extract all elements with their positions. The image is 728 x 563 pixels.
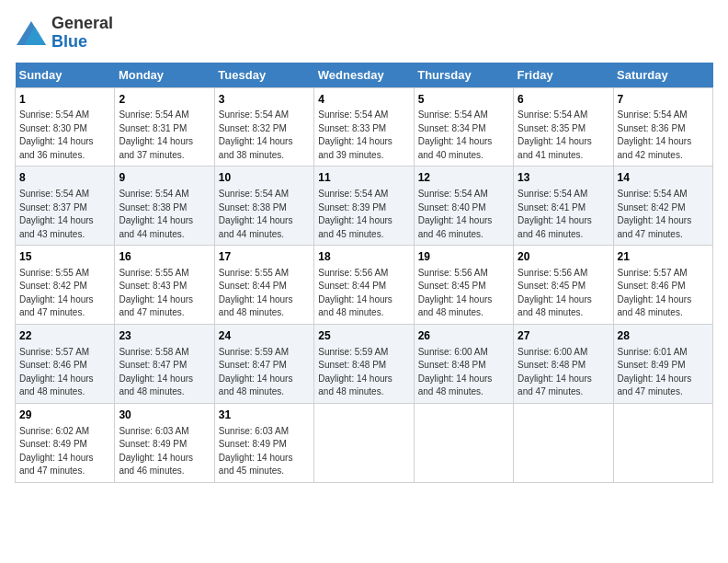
day-info: Sunrise: 5:54 AMSunset: 8:42 PMDaylight:… — [618, 188, 709, 241]
day-info: Sunrise: 6:00 AMSunset: 8:48 PMDaylight:… — [518, 346, 609, 399]
weekday-header-wednesday: Wednesday — [314, 63, 414, 88]
day-number: 5 — [418, 92, 509, 108]
day-number: 17 — [219, 249, 310, 265]
logo: General Blue — [15, 15, 113, 52]
day-info: Sunrise: 5:54 AMSunset: 8:30 PMDaylight:… — [19, 109, 110, 162]
day-info: Sunrise: 5:55 AMSunset: 8:42 PMDaylight:… — [19, 267, 110, 320]
day-info: Sunrise: 5:54 AMSunset: 8:31 PMDaylight:… — [119, 109, 210, 162]
calendar-cell — [514, 403, 613, 482]
calendar-cell: 15Sunrise: 5:55 AMSunset: 8:42 PMDayligh… — [16, 246, 115, 325]
day-info: Sunrise: 5:56 AMSunset: 8:45 PMDaylight:… — [418, 267, 509, 320]
day-info: Sunrise: 6:01 AMSunset: 8:49 PMDaylight:… — [618, 346, 709, 399]
calendar-table: SundayMondayTuesdayWednesdayThursdayFrid… — [15, 63, 713, 483]
calendar-cell: 10Sunrise: 5:54 AMSunset: 8:38 PMDayligh… — [214, 167, 313, 246]
day-info: Sunrise: 5:55 AMSunset: 8:44 PMDaylight:… — [219, 267, 310, 320]
page-header: General Blue — [15, 15, 713, 52]
day-info: Sunrise: 5:54 AMSunset: 8:36 PMDaylight:… — [618, 109, 709, 162]
day-info: Sunrise: 5:59 AMSunset: 8:47 PMDaylight:… — [219, 346, 310, 399]
calendar-cell: 8Sunrise: 5:54 AMSunset: 8:37 PMDaylight… — [16, 167, 115, 246]
day-number: 14 — [618, 170, 709, 186]
day-number: 24 — [219, 328, 310, 344]
day-number: 11 — [318, 170, 409, 186]
calendar-week-row: 8Sunrise: 5:54 AMSunset: 8:37 PMDaylight… — [16, 167, 713, 246]
calendar-cell: 27Sunrise: 6:00 AMSunset: 8:48 PMDayligh… — [514, 324, 613, 403]
weekday-header-sunday: Sunday — [16, 63, 115, 88]
weekday-header-saturday: Saturday — [613, 63, 712, 88]
weekday-header-monday: Monday — [115, 63, 214, 88]
day-info: Sunrise: 5:54 AMSunset: 8:39 PMDaylight:… — [318, 188, 409, 241]
day-number: 8 — [19, 170, 110, 186]
day-info: Sunrise: 5:54 AMSunset: 8:35 PMDaylight:… — [518, 109, 609, 162]
day-number: 19 — [418, 249, 509, 265]
day-info: Sunrise: 5:56 AMSunset: 8:45 PMDaylight:… — [518, 267, 609, 320]
day-number: 15 — [19, 249, 110, 265]
calendar-cell: 26Sunrise: 6:00 AMSunset: 8:48 PMDayligh… — [414, 324, 513, 403]
day-number: 18 — [318, 249, 409, 265]
calendar-cell: 6Sunrise: 5:54 AMSunset: 8:35 PMDaylight… — [514, 87, 613, 167]
calendar-cell — [314, 403, 414, 482]
calendar-cell: 24Sunrise: 5:59 AMSunset: 8:47 PMDayligh… — [214, 324, 313, 403]
calendar-cell: 22Sunrise: 5:57 AMSunset: 8:46 PMDayligh… — [16, 324, 115, 403]
day-number: 7 — [618, 92, 709, 108]
weekday-header-thursday: Thursday — [414, 63, 513, 88]
day-number: 16 — [119, 249, 210, 265]
day-info: Sunrise: 5:57 AMSunset: 8:46 PMDaylight:… — [19, 346, 110, 399]
calendar-cell — [613, 403, 712, 482]
day-number: 22 — [19, 328, 110, 344]
calendar-cell: 4Sunrise: 5:54 AMSunset: 8:33 PMDaylight… — [314, 87, 414, 167]
day-info: Sunrise: 5:54 AMSunset: 8:38 PMDaylight:… — [219, 188, 310, 241]
day-number: 28 — [618, 328, 709, 344]
calendar-week-row: 15Sunrise: 5:55 AMSunset: 8:42 PMDayligh… — [16, 246, 713, 325]
day-info: Sunrise: 5:55 AMSunset: 8:43 PMDaylight:… — [119, 267, 210, 320]
day-number: 13 — [518, 170, 609, 186]
day-info: Sunrise: 5:54 AMSunset: 8:40 PMDaylight:… — [418, 188, 509, 241]
calendar-cell: 25Sunrise: 5:59 AMSunset: 8:48 PMDayligh… — [314, 324, 414, 403]
day-number: 4 — [318, 92, 409, 108]
day-info: Sunrise: 6:00 AMSunset: 8:48 PMDaylight:… — [418, 346, 509, 399]
weekday-header-tuesday: Tuesday — [214, 63, 313, 88]
day-info: Sunrise: 5:54 AMSunset: 8:34 PMDaylight:… — [418, 109, 509, 162]
day-info: Sunrise: 6:02 AMSunset: 8:49 PMDaylight:… — [19, 425, 110, 478]
day-number: 10 — [219, 170, 310, 186]
day-number: 21 — [618, 249, 709, 265]
day-info: Sunrise: 5:58 AMSunset: 8:47 PMDaylight:… — [119, 346, 210, 399]
calendar-cell: 11Sunrise: 5:54 AMSunset: 8:39 PMDayligh… — [314, 167, 414, 246]
weekday-header-friday: Friday — [514, 63, 613, 88]
calendar-cell: 20Sunrise: 5:56 AMSunset: 8:45 PMDayligh… — [514, 246, 613, 325]
day-info: Sunrise: 5:59 AMSunset: 8:48 PMDaylight:… — [318, 346, 409, 399]
calendar-cell: 3Sunrise: 5:54 AMSunset: 8:32 PMDaylight… — [214, 87, 313, 167]
day-info: Sunrise: 5:54 AMSunset: 8:37 PMDaylight:… — [19, 188, 110, 241]
calendar-week-row: 22Sunrise: 5:57 AMSunset: 8:46 PMDayligh… — [16, 324, 713, 403]
day-info: Sunrise: 5:54 AMSunset: 8:33 PMDaylight:… — [318, 109, 409, 162]
day-number: 25 — [318, 328, 409, 344]
calendar-cell: 23Sunrise: 5:58 AMSunset: 8:47 PMDayligh… — [115, 324, 214, 403]
calendar-cell: 19Sunrise: 5:56 AMSunset: 8:45 PMDayligh… — [414, 246, 513, 325]
day-number: 3 — [219, 92, 310, 108]
day-info: Sunrise: 5:54 AMSunset: 8:32 PMDaylight:… — [219, 109, 310, 162]
day-number: 9 — [119, 170, 210, 186]
calendar-cell: 28Sunrise: 6:01 AMSunset: 8:49 PMDayligh… — [613, 324, 712, 403]
day-info: Sunrise: 6:03 AMSunset: 8:49 PMDaylight:… — [119, 425, 210, 478]
calendar-cell: 1Sunrise: 5:54 AMSunset: 8:30 PMDaylight… — [16, 87, 115, 167]
calendar-cell: 29Sunrise: 6:02 AMSunset: 8:49 PMDayligh… — [16, 403, 115, 482]
calendar-week-row: 29Sunrise: 6:02 AMSunset: 8:49 PMDayligh… — [16, 403, 713, 482]
day-number: 2 — [119, 92, 210, 108]
day-info: Sunrise: 5:54 AMSunset: 8:41 PMDaylight:… — [518, 188, 609, 241]
logo-general-text: General — [51, 14, 113, 32]
day-number: 30 — [119, 408, 210, 423]
calendar-week-row: 1Sunrise: 5:54 AMSunset: 8:30 PMDaylight… — [16, 87, 713, 167]
calendar-cell: 12Sunrise: 5:54 AMSunset: 8:40 PMDayligh… — [414, 167, 513, 246]
calendar-cell — [414, 403, 513, 482]
day-number: 1 — [19, 92, 110, 108]
calendar-cell: 5Sunrise: 5:54 AMSunset: 8:34 PMDaylight… — [414, 87, 513, 167]
calendar-cell: 7Sunrise: 5:54 AMSunset: 8:36 PMDaylight… — [613, 87, 712, 167]
calendar-cell: 31Sunrise: 6:03 AMSunset: 8:49 PMDayligh… — [214, 403, 313, 482]
day-number: 31 — [219, 408, 310, 423]
day-number: 12 — [418, 170, 509, 186]
day-number: 27 — [518, 328, 609, 344]
calendar-cell: 2Sunrise: 5:54 AMSunset: 8:31 PMDaylight… — [115, 87, 214, 167]
day-info: Sunrise: 6:03 AMSunset: 8:49 PMDaylight:… — [219, 425, 310, 478]
calendar-cell: 13Sunrise: 5:54 AMSunset: 8:41 PMDayligh… — [514, 167, 613, 246]
calendar-cell: 30Sunrise: 6:03 AMSunset: 8:49 PMDayligh… — [115, 403, 214, 482]
calendar-cell: 9Sunrise: 5:54 AMSunset: 8:38 PMDaylight… — [115, 167, 214, 246]
